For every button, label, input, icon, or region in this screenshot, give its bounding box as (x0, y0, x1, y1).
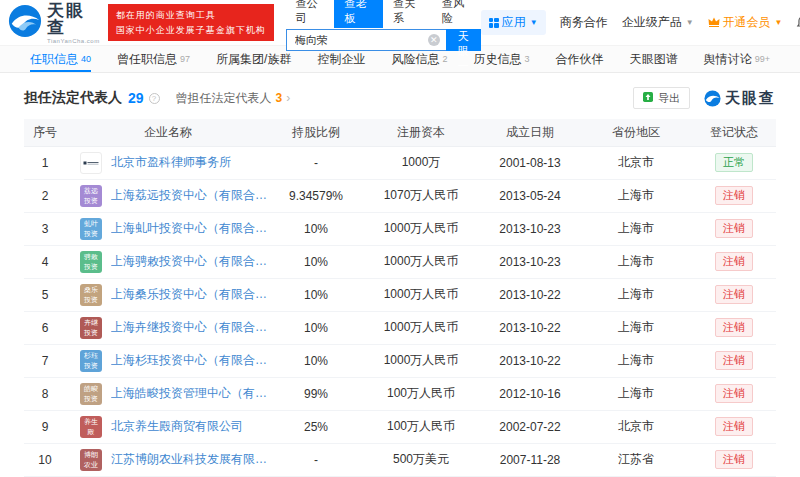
company-avatar: 虬叶投资 (80, 218, 102, 240)
section-count: 29 (128, 90, 144, 106)
column-header-3: 注册资本 (362, 119, 480, 146)
search-tab-0[interactable]: 查公司 (286, 0, 335, 28)
nav-cooperation-label: 商务合作 (560, 14, 608, 31)
status-badge: 注销 (715, 450, 753, 469)
promo-banner-line2: 国家中小企业发展子基金旗下机构 (116, 23, 266, 37)
tab-item-5[interactable]: 历史信息3 (474, 46, 530, 72)
nav-cooperation[interactable]: 商务合作 (560, 14, 608, 31)
tab-label: 所属集团/族群 (216, 51, 291, 68)
tab-item-7[interactable]: 天眼图谱 (630, 46, 678, 72)
nav-apps[interactable]: 应用 ▼ (481, 10, 546, 35)
section-title: 担任法定代表人 (24, 89, 122, 107)
company-name-cell: 北京市盈科律师事务所 (66, 146, 270, 179)
registered-capital-cell: 1000万人民币 (362, 212, 480, 245)
shareholding-ratio-cell: 10% (270, 278, 362, 311)
tab-count: 2 (443, 54, 448, 64)
status-badge: 正常 (715, 153, 753, 172)
registered-capital-cell: 1000万人民币 (362, 344, 480, 377)
shareholding-ratio-cell: 9.34579% (270, 179, 362, 212)
avatar-line1: 虬叶 (84, 219, 98, 228)
establish-date-cell: 2013-10-22 (480, 311, 580, 344)
export-icon (643, 92, 653, 104)
tab-item-6[interactable]: 合作伙伴 (556, 46, 604, 72)
tianyancha-logo[interactable]: 天眼查 TianYanCha.com (8, 2, 100, 44)
shareholding-ratio-cell: - (270, 443, 362, 476)
tab-item-2[interactable]: 所属集团/族群 (216, 46, 291, 72)
tianyancha-swirl-icon (8, 4, 42, 42)
tab-count: 40 (81, 54, 91, 64)
company-name-link[interactable]: 上海骋敕投资中心（有限合伙） (111, 253, 268, 270)
search-tab-2[interactable]: 查关系 (383, 0, 432, 28)
table-row: 1北京市盈科律师事务所-1000万2001-08-13北京市正常 (24, 146, 776, 179)
search-tab-1[interactable]: 查老板 (334, 0, 383, 28)
tab-count: 99+ (755, 54, 770, 64)
company-name-link[interactable]: 上海杉珏投资中心（有限合伙） (111, 352, 268, 369)
column-header-6: 登记状态 (692, 119, 776, 146)
crown-icon (708, 16, 720, 30)
status-cell: 注销 (692, 311, 776, 344)
company-name-link[interactable]: 上海虬叶投资中心（有限合伙） (111, 220, 268, 237)
company-name-link[interactable]: 上海荔远投资中心（有限合伙） (111, 187, 268, 204)
tab-item-0[interactable]: 任职信息40 (30, 46, 91, 72)
tab-item-8[interactable]: 舆情讨论99+ (704, 46, 770, 72)
table-row: 8皓畯投资上海皓畯投资管理中心（有限合伙）99%100万人民币2012-10-1… (24, 377, 776, 410)
former-legal-rep-link[interactable]: 曾担任法定代表人 3 › (176, 90, 291, 107)
province-cell: 上海市 (580, 179, 692, 212)
shareholding-ratio-cell: 10% (270, 245, 362, 278)
avatar-line1: 养生 (84, 417, 98, 426)
registered-capital-cell: 100万人民币 (362, 410, 480, 443)
tab-item-1[interactable]: 曾任职信息97 (117, 46, 190, 72)
province-cell: 上海市 (580, 212, 692, 245)
company-name-link[interactable]: 江苏博朗农业科技发展有限公司 (111, 451, 268, 468)
table-row: 7杉珏投资上海杉珏投资中心（有限合伙）10%1000万人民币2013-10-22… (24, 344, 776, 377)
company-name-link[interactable]: 上海桑乐投资中心（有限合伙） (111, 286, 268, 303)
top-bar: 天眼查 TianYanCha.com 都在用的商业查询工具 国家中小企业发展子基… (0, 0, 800, 45)
establish-date-cell: 2012-10-16 (480, 377, 580, 410)
export-button[interactable]: 导出 (633, 87, 690, 109)
nav-vip[interactable]: 开通会员 ▼ (708, 14, 783, 31)
former-legal-rep-label: 曾担任法定代表人 (176, 90, 272, 107)
company-name-link[interactable]: 上海卉继投资中心（有限合伙） (111, 319, 268, 336)
status-cell: 注销 (692, 245, 776, 278)
search-input[interactable] (286, 29, 446, 51)
province-cell: 北京市 (580, 410, 692, 443)
avatar-line1: 桑乐 (84, 285, 98, 294)
row-number-cell: 10 (24, 443, 66, 476)
avatar-line2: 投资 (84, 361, 98, 370)
status-cell: 注销 (692, 344, 776, 377)
status-badge: 注销 (715, 417, 753, 436)
registered-capital-cell: 500万美元 (362, 443, 480, 476)
avatar-line2: 农业 (84, 460, 98, 469)
tab-label: 任职信息 (30, 51, 78, 68)
status-cell: 注销 (692, 179, 776, 212)
company-name-cell: 养生殿北京养生殿商贸有限公司 (66, 410, 270, 443)
info-icon[interactable]: ? (149, 93, 160, 104)
apps-grid-icon (489, 18, 499, 28)
clear-search-icon[interactable]: ✕ (428, 34, 440, 46)
avatar-line2: 投资 (84, 295, 98, 304)
company-name-cell: 卉继投资上海卉继投资中心（有限合伙） (66, 311, 270, 344)
nav-enterprise[interactable]: 企业级产品 ▼ (622, 14, 694, 31)
company-name-cell: 荔远投资上海荔远投资中心（有限合伙） (66, 179, 270, 212)
establish-date-cell: 2013-10-23 (480, 245, 580, 278)
watermark-text: 天眼查 (725, 89, 776, 108)
establish-date-cell: 2007-11-28 (480, 443, 580, 476)
company-name-cell: 博朗农业江苏博朗农业科技发展有限公司 (66, 443, 270, 476)
search-area: 查公司查老板查关系查风险 ✕ 天眼一下 (286, 0, 481, 51)
company-name-link[interactable]: 上海皓畯投资管理中心（有限合伙） (111, 385, 268, 402)
company-avatar: 卉继投资 (80, 317, 102, 339)
shareholding-ratio-cell: 10% (270, 344, 362, 377)
notifications-bell-icon[interactable] (796, 15, 800, 30)
avatar-line1: 卉继 (84, 318, 98, 327)
establish-date-cell: 2013-10-23 (480, 212, 580, 245)
status-badge: 注销 (715, 219, 753, 238)
company-name-link[interactable]: 北京市盈科律师事务所 (111, 154, 231, 171)
registered-capital-cell: 100万人民币 (362, 377, 480, 410)
table-row: 10博朗农业江苏博朗农业科技发展有限公司-500万美元2007-11-28江苏省… (24, 443, 776, 476)
company-name-link[interactable]: 北京养生殿商贸有限公司 (111, 418, 243, 435)
search-tab-3[interactable]: 查风险 (432, 0, 481, 28)
row-number-cell: 2 (24, 179, 66, 212)
status-cell: 注销 (692, 212, 776, 245)
registered-capital-cell: 1000万人民币 (362, 245, 480, 278)
establish-date-cell: 2002-07-22 (480, 410, 580, 443)
